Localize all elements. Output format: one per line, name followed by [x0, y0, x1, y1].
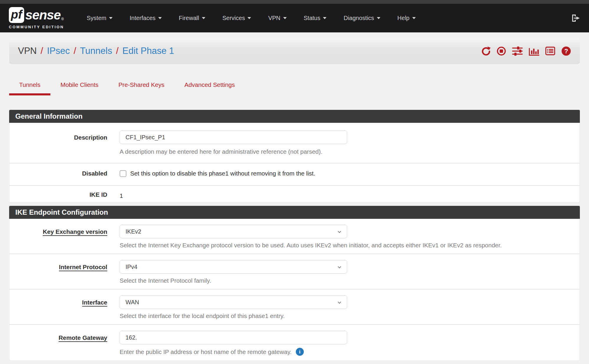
chevron-down-icon	[323, 17, 326, 19]
remote-gateway-input[interactable]	[120, 331, 347, 344]
breadcrumb-separator: /	[74, 46, 76, 56]
stop-circle-icon[interactable]	[497, 47, 506, 56]
remote-gateway-help-text: Enter the public IP address or host name…	[120, 348, 292, 355]
sliders-icon[interactable]	[512, 47, 523, 56]
main-navbar: pf sense ® COMMUNITY EDITION System Inte…	[0, 4, 589, 32]
nav-item-interfaces[interactable]: Interfaces	[121, 15, 170, 21]
remote-gateway-label[interactable]: Remote Gateway	[59, 334, 107, 342]
panel-ike-endpoint-configuration: IKE Endpoint Configuration Key Exchange …	[9, 206, 580, 361]
ike-id-value: 1	[120, 191, 580, 199]
help-circle-icon[interactable]: ?	[561, 46, 571, 56]
form-row-key-exchange-version: Key Exchange version IKEv2 Select the In…	[9, 219, 580, 254]
nav-item-system[interactable]: System	[78, 15, 121, 21]
ike-id-label: IKE ID	[9, 191, 107, 199]
form-row-remote-gateway: Remote Gateway Enter the public IP addre…	[9, 325, 580, 360]
nav-item-diagnostics[interactable]: Diagnostics	[335, 15, 389, 21]
breadcrumb: VPN / IPsec / Tunnels / Edit Phase 1	[18, 46, 174, 56]
sign-out-icon[interactable]	[571, 14, 580, 22]
form-row-interface: Interface WAN Select the interface for t…	[9, 289, 580, 325]
internet-protocol-label[interactable]: Internet Protocol	[59, 264, 107, 271]
nav-item-firewall[interactable]: Firewall	[170, 15, 214, 21]
tab-mobile-clients[interactable]: Mobile Clients	[50, 77, 108, 95]
chevron-down-icon	[248, 17, 251, 19]
chevron-down-icon	[336, 300, 342, 307]
interface-label[interactable]: Interface	[82, 299, 107, 307]
tab-pre-shared-keys[interactable]: Pre-Shared Keys	[108, 77, 174, 95]
disabled-label: Disabled	[9, 170, 107, 177]
chevron-down-icon	[109, 17, 113, 19]
subnav-tabs: Tunnels Mobile Clients Pre-Shared Keys A…	[9, 77, 580, 95]
disabled-checkbox[interactable]	[120, 170, 126, 177]
tab-advanced-settings[interactable]: Advanced Settings	[174, 77, 245, 95]
info-circle-icon[interactable]: i	[296, 348, 304, 356]
section-title-ike-endpoint-configuration: IKE Endpoint Configuration	[9, 206, 580, 219]
internet-protocol-help-text: Select the Internet Protocol family.	[120, 277, 580, 284]
nav-menu: System Interfaces Firewall Services VPN …	[78, 15, 424, 21]
nav-item-status[interactable]: Status	[295, 15, 335, 21]
breadcrumb-separator: /	[116, 46, 119, 56]
description-input[interactable]	[120, 130, 347, 144]
form-row-ike-id: IKE ID 1	[9, 186, 580, 202]
nav-item-vpn[interactable]: VPN	[260, 15, 295, 21]
description-label: Description	[9, 130, 107, 155]
chevron-down-icon	[158, 17, 162, 19]
breadcrumb-link-ipsec[interactable]: IPsec	[47, 46, 70, 56]
chevron-down-icon	[336, 229, 342, 236]
breadcrumb-section: VPN	[18, 46, 37, 56]
internet-protocol-select[interactable]: IPv4	[120, 260, 347, 274]
chevron-down-icon	[377, 17, 380, 19]
panel-general-information: General Information Description A descri…	[9, 110, 580, 203]
chevron-down-icon	[283, 17, 287, 19]
log-list-icon[interactable]	[545, 47, 555, 55]
panel-divider	[9, 361, 580, 364]
key-exchange-version-label[interactable]: Key Exchange version	[43, 228, 107, 236]
form-row-description: Description A description may be entered…	[9, 123, 580, 163]
section-title-general-information: General Information	[9, 110, 580, 123]
svg-text:?: ?	[564, 47, 568, 54]
chevron-down-icon	[336, 264, 342, 272]
nav-item-services[interactable]: Services	[214, 15, 260, 21]
breadcrumb-link-edit-phase1[interactable]: Edit Phase 1	[122, 46, 174, 56]
chevron-down-icon	[412, 17, 416, 19]
page-action-icons: ?	[481, 46, 571, 56]
nav-item-help[interactable]: Help	[389, 15, 424, 21]
breadcrumb-bar: VPN / IPsec / Tunnels / Edit Phase 1	[9, 38, 580, 64]
pfsense-logo[interactable]: pf sense ® COMMUNITY EDITION	[9, 7, 64, 29]
description-help-text: A description may be entered here for ad…	[120, 148, 580, 155]
disabled-checkbox-label[interactable]: Set this option to disable this phase1 w…	[130, 170, 315, 177]
breadcrumb-separator: /	[41, 46, 43, 56]
key-exchange-version-select[interactable]: IKEv2	[120, 225, 347, 238]
brand-sense-text: sense	[25, 8, 61, 22]
interface-help-text: Select the interface for the local endpo…	[120, 312, 580, 320]
window-top-strip	[0, 0, 589, 4]
key-exchange-version-help-text: Select the Internet Key Exchange protoco…	[120, 242, 580, 249]
interface-select[interactable]: WAN	[120, 295, 347, 309]
chevron-down-icon	[202, 17, 205, 19]
form-row-disabled: Disabled Set this option to disable this…	[9, 163, 580, 186]
form-row-internet-protocol: Internet Protocol IPv4 Select the Intern…	[9, 254, 580, 289]
bar-chart-icon[interactable]	[529, 47, 539, 56]
refresh-icon[interactable]	[481, 47, 491, 56]
pf-logo-icon: pf	[9, 7, 24, 23]
tab-tunnels[interactable]: Tunnels	[9, 77, 50, 95]
brand-tagline: COMMUNITY EDITION	[9, 25, 64, 29]
breadcrumb-link-tunnels[interactable]: Tunnels	[80, 46, 112, 56]
registered-mark: ®	[61, 17, 64, 21]
